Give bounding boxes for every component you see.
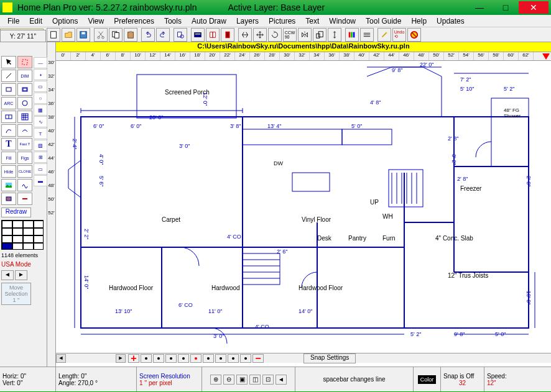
paste-button[interactable] [124,28,137,42]
maximize-button[interactable]: □ [493,1,519,14]
colors-button[interactable] [345,28,359,42]
fill-tool[interactable]: Fill [1,152,16,164]
copy-button[interactable] [109,28,123,42]
ext-tool-1[interactable]: — [34,57,47,68]
snap9[interactable] [240,354,251,363]
snap5[interactable] [190,354,201,363]
menu-help[interactable]: Help [406,16,432,27]
snap1[interactable] [141,354,152,363]
rect-tool[interactable] [1,83,16,96]
window-tool[interactable] [1,111,16,123]
menu-autodraw[interactable]: Auto Draw [187,16,231,27]
spline-tool[interactable] [17,124,32,137]
save-button[interactable] [76,28,90,42]
ext-tool-3[interactable]: ▭ [34,81,47,92]
open-button[interactable] [62,28,75,42]
fillrect-tool[interactable] [1,193,16,205]
snap-minus[interactable]: − [252,354,264,363]
cut-button[interactable] [94,28,108,42]
scrollbar-horizontal[interactable]: ◄ ► + − Snap Settings [56,353,551,363]
arrow-tool[interactable] [1,56,16,68]
menu-preferences[interactable]: Preferences [109,16,159,27]
circle-tool[interactable] [17,97,32,109]
ext-tool-5[interactable]: ▦ [34,104,47,116]
ext-tool-7[interactable]: T [34,128,47,139]
snap8[interactable] [228,354,239,363]
freehand-tool[interactable] [17,179,32,191]
scroll-right[interactable]: ► [116,354,126,363]
ext-tool-8[interactable]: ▨ [34,140,47,151]
color-palette[interactable] [1,220,44,250]
updown-button[interactable] [328,28,341,42]
ext-tool-2[interactable]: ✦ [34,69,47,80]
mirror-button[interactable] [298,28,312,42]
ext-tool-4[interactable]: ○ [34,93,47,104]
floorplan-canvas[interactable]: 5 Screened Porch Carpet Vinyl Floor Hard… [56,61,551,353]
figs-tool[interactable]: Figs [17,152,32,164]
close-button[interactable]: ✕ [519,1,549,14]
menu-text[interactable]: Text [300,16,324,27]
undo-circle-button[interactable]: Undo⟲ [392,28,406,42]
arc-tool[interactable]: ARC [1,97,16,109]
snap2[interactable] [153,354,164,363]
layers-button[interactable] [360,28,374,42]
ext-tool-6[interactable]: ∿ [34,116,47,127]
cancel-button[interactable] [407,28,421,42]
fasttext-tool[interactable]: Fast T [17,138,32,150]
scroll-left[interactable]: ◄ [56,354,66,363]
usa-mode[interactable]: USA Mode [0,260,47,269]
snap4[interactable] [178,354,189,363]
nav-left[interactable]: ◄ [1,270,14,280]
hide-tool[interactable]: Hide [1,165,16,178]
snap6[interactable] [203,354,214,363]
menu-updates[interactable]: Updates [432,16,470,27]
disk-button[interactable] [191,28,205,42]
canvas-area[interactable]: C:\Users\RainbowSky.ru\Documents\hpp\Dat… [56,42,551,367]
ext-tool-10[interactable]: ▭ [34,163,47,175]
menu-view[interactable]: View [83,16,109,27]
menu-edit[interactable]: Edit [24,16,47,27]
zoom-in-button[interactable]: ⊕ [210,375,221,385]
zoom-fit-button[interactable]: ▣ [236,375,248,385]
trim-button[interactable] [238,28,252,42]
undo-button[interactable] [141,28,155,42]
rotate-button[interactable] [268,28,282,42]
snap3[interactable] [165,354,177,363]
ext-tool-11[interactable]: ▬ [34,175,47,186]
scale-button[interactable] [313,28,326,42]
clone-tool[interactable]: CLONE [17,165,32,178]
menu-window[interactable]: Window [324,16,361,27]
line-tool[interactable] [1,70,16,82]
menu-layers[interactable]: Layers [231,16,264,27]
move-button[interactable] [253,28,267,42]
select-tool[interactable] [17,56,32,68]
rotate90-button[interactable]: CCW90 [283,28,297,42]
zoom-out-button[interactable]: ⊖ [223,375,234,385]
snap-settings-button[interactable]: Snap Settings [303,353,356,363]
text-tool[interactable]: T [1,138,16,150]
nav-right[interactable]: ► [15,270,27,280]
snap-plus[interactable]: + [128,354,139,363]
menu-pictures[interactable]: Pictures [264,16,300,27]
rectfill-tool[interactable] [17,83,32,96]
menu-toolguide[interactable]: Tool Guide [361,16,406,27]
move-selection-label[interactable]: Move Selection 1 '' [1,283,31,305]
print-preview-button[interactable] [174,28,187,42]
grid-tool[interactable] [17,111,32,123]
menu-file[interactable]: File [2,16,24,27]
minimize-button[interactable]: — [466,1,493,14]
ext-tool-9[interactable]: ⊞ [34,152,47,163]
dash-tool[interactable] [17,193,32,205]
new-button[interactable] [47,28,60,42]
zoom-prev-button[interactable]: ◄ [276,375,287,385]
zoom-extents-button[interactable]: ⊡ [262,375,274,385]
curve-tool[interactable] [1,124,16,137]
menu-tools[interactable]: Tools [159,16,187,27]
snap7[interactable] [215,354,226,363]
color-button[interactable]: Color [418,375,437,384]
wand-button[interactable] [377,28,391,42]
exit-button[interactable] [221,28,234,42]
redo-button[interactable] [156,28,170,42]
dim-tool[interactable]: DIM [17,70,32,82]
redraw-button[interactable]: Redraw [1,207,31,217]
